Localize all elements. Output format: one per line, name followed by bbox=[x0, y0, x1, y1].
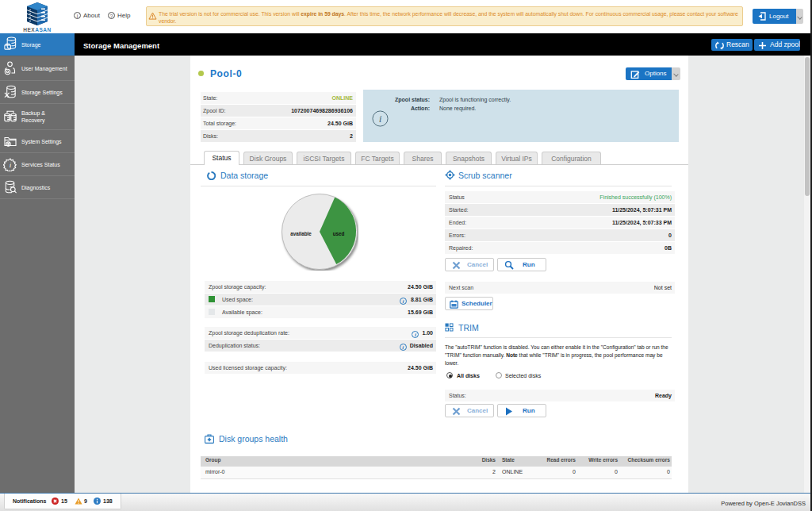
svg-text:i: i bbox=[379, 113, 382, 125]
svg-text:i: i bbox=[10, 161, 12, 169]
svg-text:used: used bbox=[333, 231, 345, 236]
svg-text:available: available bbox=[290, 231, 312, 236]
